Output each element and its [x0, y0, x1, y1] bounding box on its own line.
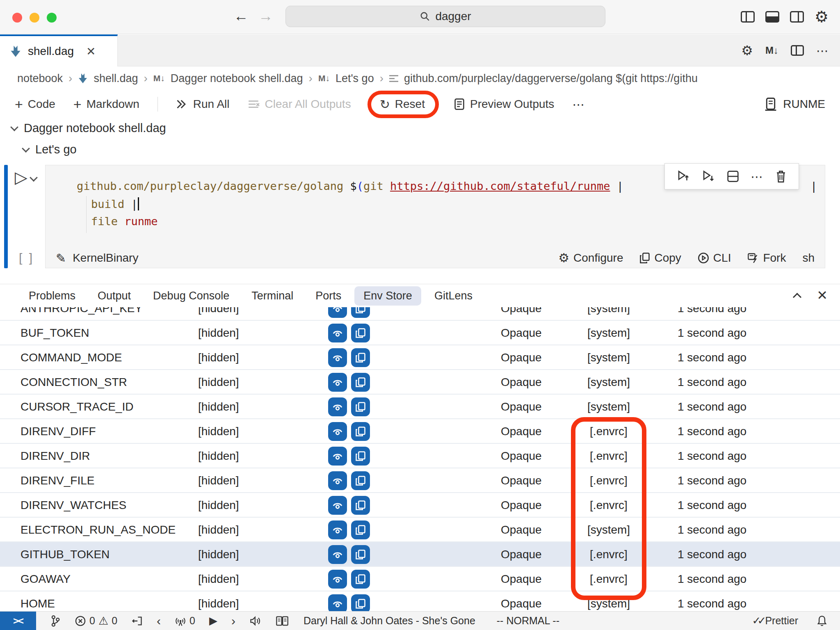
copy-value-button[interactable] — [351, 447, 370, 466]
cell-more-actions-icon[interactable]: ⋯ — [751, 169, 764, 184]
tab-shell-dag[interactable]: shell.dag ✕ — [0, 34, 118, 66]
copy-value-button[interactable] — [351, 594, 370, 612]
notebook-settings-gear-icon[interactable]: ⚙ — [741, 44, 753, 57]
problems-status[interactable]: 0 ⚠ 0 — [75, 614, 117, 628]
reveal-value-button[interactable] — [328, 373, 347, 392]
play-button[interactable]: ▶ — [209, 614, 217, 627]
minimize-window-button[interactable] — [30, 13, 39, 23]
copy-value-button[interactable] — [351, 348, 370, 367]
chevron-down-icon[interactable] — [22, 144, 30, 153]
breadcrumb-notebook[interactable]: notebook — [17, 72, 63, 85]
reveal-value-button[interactable] — [328, 307, 347, 318]
reveal-value-button[interactable] — [328, 545, 347, 564]
close-window-button[interactable] — [12, 13, 22, 23]
copy-value-button[interactable] — [351, 373, 370, 392]
breadcrumb-file[interactable]: shell.dag — [94, 72, 138, 85]
add-code-button[interactable]: + Code — [15, 96, 55, 112]
table-row[interactable]: BUF_TOKEN [hidden] Opaque [system] 1 sec… — [0, 321, 840, 345]
editor-more-actions-icon[interactable]: ⋯ — [816, 43, 829, 58]
run-above-icon[interactable] — [676, 169, 690, 183]
ports-status[interactable]: 0 — [175, 615, 195, 627]
customize-layout-gear-icon[interactable]: ⚙ — [815, 9, 829, 25]
copy-value-button[interactable] — [351, 471, 370, 490]
notebook-title-row[interactable]: Dagger notebook shell.dag — [11, 121, 166, 135]
table-row[interactable]: HOME [hidden] Opaque [system] 1 second a… — [0, 591, 840, 612]
reveal-value-button[interactable] — [328, 570, 347, 589]
copy-value-button[interactable] — [351, 570, 370, 589]
close-panel-icon[interactable]: ✕ — [817, 288, 828, 303]
add-markdown-button[interactable]: + Markdown — [73, 96, 139, 112]
copy-value-button[interactable] — [351, 496, 370, 515]
table-row[interactable]: ANTHROPIC_API_KEY [hidden] Opaque [syste… — [0, 307, 840, 321]
table-row[interactable]: DIRENV_WATCHES [hidden] Opaque [.envrc] … — [0, 493, 840, 518]
fork-button[interactable]: Fork — [747, 251, 786, 265]
back-button[interactable]: ← — [234, 7, 249, 25]
now-playing-label[interactable]: Daryl Hall & John Oates - She's Gone — [304, 615, 475, 627]
toggle-primary-sidebar-icon[interactable] — [741, 11, 755, 23]
run-all-button[interactable]: Run All — [176, 98, 230, 111]
run-below-icon[interactable] — [701, 169, 715, 183]
command-center-search[interactable]: dagger — [285, 6, 605, 27]
volume-button[interactable] — [249, 615, 262, 627]
panel-tab[interactable]: Problems — [20, 286, 84, 306]
table-row[interactable]: DIRENV_FILE [hidden] Opaque [.envrc] 1 s… — [0, 468, 840, 493]
reveal-value-button[interactable] — [328, 471, 347, 490]
panel-tab[interactable]: Ports — [306, 286, 350, 306]
panel-tab[interactable]: Debug Console — [144, 286, 238, 306]
session-exit-button[interactable] — [131, 615, 143, 627]
configure-button[interactable]: ⚙ Configure — [558, 251, 623, 265]
copy-button[interactable]: Copy — [639, 251, 681, 265]
next-button[interactable]: › — [231, 614, 235, 628]
table-row[interactable]: CONNECTION_STR [hidden] Opaque [system] … — [0, 370, 840, 395]
reveal-value-button[interactable] — [328, 324, 347, 342]
markdown-export-icon[interactable]: M↓ — [765, 45, 778, 56]
cli-button[interactable]: CLI — [698, 251, 731, 265]
table-row[interactable]: COMMAND_MODE [hidden] Opaque [system] 1 … — [0, 345, 840, 370]
panel-tab[interactable]: Env Store — [354, 286, 421, 306]
panel-tab[interactable]: GitLens — [425, 286, 482, 306]
panel-tab[interactable]: Output — [89, 286, 140, 306]
maximize-panel-icon[interactable] — [793, 292, 801, 301]
source-control-status[interactable] — [50, 615, 61, 627]
table-row[interactable]: GITHUB_TOKEN [hidden] Opaque [.envrc] 1 … — [0, 542, 840, 567]
reveal-value-button[interactable] — [328, 594, 347, 612]
previous-button[interactable]: ‹ — [157, 614, 161, 628]
reveal-value-button[interactable] — [328, 496, 347, 515]
run-cell-button[interactable]: ▷ — [15, 169, 37, 185]
remote-indicator[interactable]: >< — [0, 612, 36, 630]
breadcrumb-notebook-title[interactable]: Dagger notebook shell.dag — [171, 72, 303, 85]
table-row[interactable]: GOAWAY [hidden] Opaque [.envrc] 1 second… — [0, 567, 840, 591]
copy-value-button[interactable] — [351, 397, 370, 416]
chevron-down-icon[interactable] — [10, 123, 18, 131]
copy-value-button[interactable] — [351, 324, 370, 342]
reveal-value-button[interactable] — [328, 447, 347, 466]
breadcrumb-cell[interactable]: github.com/purpleclay/daggerverse/golang… — [404, 72, 698, 85]
tab-close-icon[interactable]: ✕ — [86, 45, 96, 58]
reveal-value-button[interactable] — [328, 397, 347, 416]
copy-value-button[interactable] — [351, 422, 370, 441]
panel-tab[interactable]: Terminal — [242, 286, 302, 306]
copy-value-button[interactable] — [351, 545, 370, 564]
breadcrumb-section[interactable]: Let's go — [336, 72, 374, 85]
kernel-binary-label[interactable]: KernelBinary — [73, 251, 138, 265]
reading-mode-button[interactable] — [276, 615, 289, 627]
reset-button[interactable]: ↻ Reset — [380, 97, 425, 112]
zoom-window-button[interactable] — [47, 13, 57, 23]
split-cell-icon[interactable] — [726, 170, 740, 183]
section-row[interactable]: Let's go — [23, 143, 77, 156]
forward-button[interactable]: → — [258, 7, 273, 25]
reveal-value-button[interactable] — [328, 422, 347, 441]
delete-cell-icon[interactable] — [775, 170, 787, 183]
reveal-value-button[interactable] — [328, 348, 347, 367]
table-row[interactable]: CURSOR_TRACE_ID [hidden] Opaque [system]… — [0, 395, 840, 419]
split-editor-icon[interactable] — [791, 45, 804, 56]
reveal-value-button[interactable] — [328, 520, 347, 539]
table-row[interactable]: DIRENV_DIFF [hidden] Opaque [.envrc] 1 s… — [0, 419, 840, 444]
toolbar-more-actions-icon[interactable]: ⋯ — [572, 97, 585, 112]
copy-value-button[interactable] — [351, 307, 370, 318]
copy-value-button[interactable] — [351, 520, 370, 539]
toggle-panel-icon[interactable] — [765, 11, 779, 23]
clear-all-outputs-button[interactable]: Clear All Outputs — [248, 98, 351, 111]
toggle-secondary-sidebar-icon[interactable] — [790, 11, 804, 23]
preview-outputs-button[interactable]: Preview Outputs — [454, 98, 554, 111]
